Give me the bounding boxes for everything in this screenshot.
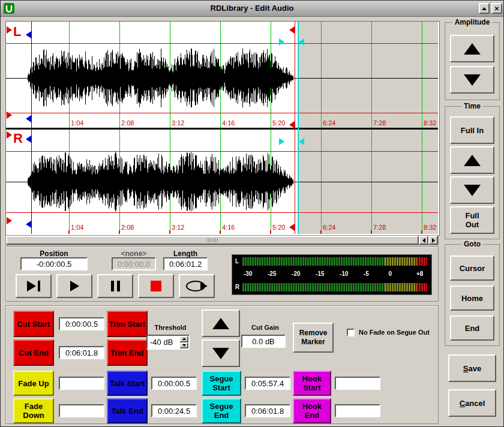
cut-start-marker-icon[interactable] [7, 217, 12, 224]
talk-start-marker-icon[interactable] [26, 31, 31, 38]
pause-button[interactable] [97, 274, 133, 298]
waveform-scrollbar[interactable] [5, 235, 439, 245]
save-button[interactable]: Save [448, 354, 496, 382]
talk-end-field[interactable]: 0:00:24.5 [151, 404, 197, 417]
talk-start-field[interactable]: 0:00:00.5 [151, 377, 197, 390]
cut-end-marker-icon[interactable] [289, 26, 295, 34]
gain-down-button[interactable] [202, 339, 240, 367]
cut-start-field[interactable]: 0:00:00.5 [59, 317, 104, 330]
time-down-button[interactable] [450, 176, 494, 204]
led-yellow-zone [385, 257, 416, 266]
threshold-value[interactable]: -40 dB [148, 336, 179, 348]
amplitude-up-button[interactable] [450, 35, 494, 62]
shade-button[interactable] [479, 3, 490, 14]
segue-start-marker-icon[interactable] [279, 38, 284, 46]
none-label: <none> [107, 249, 161, 258]
cut-start-button[interactable]: Cut Start [13, 311, 54, 337]
up-arrow-icon [464, 155, 481, 166]
scrollbar-thumb[interactable] [6, 236, 419, 245]
time-label: 4:16 [222, 224, 235, 231]
cut-start-marker-icon[interactable] [7, 131, 12, 139]
loop-icon [185, 279, 209, 293]
segue-start-field[interactable]: 0:05:57.4 [245, 377, 290, 390]
cut-end-marker-icon[interactable] [289, 224, 295, 231]
segue-end-button[interactable]: Segue End [202, 398, 241, 423]
fade-down-button[interactable]: Fade Down [13, 398, 54, 423]
play-from-start-button[interactable] [16, 274, 52, 298]
cancel-button[interactable]: Cancel [448, 389, 496, 417]
full-out-button[interactable]: Full Out [450, 206, 494, 234]
hook-end-field[interactable] [335, 404, 380, 417]
close-button[interactable]: ✕ [491, 3, 502, 14]
cut-end-button[interactable]: Cut End [13, 339, 54, 366]
length-value: 0:06:01.2 [163, 257, 208, 270]
led-green-zone [242, 283, 385, 291]
scroll-left-button[interactable] [419, 236, 428, 245]
marker-editor-panel: Cut Start 0:00:00.5 Trim Start Threshold… [5, 305, 439, 424]
talk-start-marker-icon[interactable] [26, 221, 31, 228]
cut-end-marker-icon[interactable] [289, 121, 295, 128]
waveform-frame: L R 1:042:083:124:165:206:247:288:32 1:0… [5, 21, 440, 236]
hook-start-field[interactable] [335, 377, 380, 390]
loop-button[interactable] [179, 274, 215, 298]
segue-start-marker-icon[interactable] [279, 138, 284, 145]
led-yellow-zone [385, 283, 416, 291]
trim-start-button[interactable]: Trim Start [107, 311, 148, 337]
goto-title: Goto [461, 240, 483, 248]
cut-gain-field[interactable]: 0.0 dB [241, 335, 286, 348]
time-label: 5:20 [272, 224, 285, 231]
threshold-spinbox[interactable]: -40 dB [146, 335, 190, 350]
no-fade-checkbox[interactable] [347, 329, 355, 336]
gain-up-button[interactable] [202, 309, 240, 337]
scale-tick: +8 [416, 270, 423, 277]
segue-end-marker-icon[interactable] [299, 138, 304, 145]
cut-start-marker-icon[interactable] [7, 26, 12, 34]
talk-start-button[interactable]: Talk Start [107, 371, 148, 396]
goto-end-button[interactable]: End [450, 315, 494, 341]
talk-end-button[interactable]: Talk End [107, 398, 148, 423]
segue-end-marker-icon[interactable] [299, 38, 304, 46]
goto-home-button[interactable]: Home [450, 285, 494, 311]
meter-right-bar [242, 283, 427, 291]
talk-start-marker-icon[interactable] [26, 115, 31, 122]
scale-tick: -10 [340, 270, 348, 277]
talk-start-marker-icon[interactable] [26, 136, 31, 143]
hook-end-button[interactable]: Hook End [293, 398, 331, 423]
time-label: 6:24 [323, 224, 335, 231]
spin-down-icon [182, 344, 186, 347]
meter-left-bar [242, 257, 427, 266]
no-fade-label: No Fade on Segue Out [359, 329, 430, 336]
fade-up-field[interactable] [59, 377, 104, 390]
scale-tick: -5 [364, 270, 369, 277]
stop-button[interactable] [138, 274, 174, 298]
waveform-display[interactable] [6, 22, 438, 234]
cut-start-marker-icon[interactable] [7, 112, 12, 119]
spin-up-icon [182, 338, 186, 340]
segue-end-field[interactable]: 0:06:01.8 [245, 404, 290, 417]
position-label: Position [16, 249, 92, 258]
time-label: 2:08 [121, 119, 134, 127]
down-arrow-icon [464, 74, 481, 86]
goto-cursor-button[interactable]: Cursor [450, 255, 494, 281]
scroll-right-button[interactable] [428, 236, 438, 245]
remove-marker-button[interactable]: Remove Marker [293, 323, 334, 353]
threshold-down-button[interactable] [179, 342, 188, 349]
meter-scale: -30 -25 -20 -15 -10 -5 0 +8 [242, 270, 427, 278]
full-in-button[interactable]: Full In [450, 116, 494, 144]
cut-gain-label: Cut Gain [240, 324, 290, 331]
time-label: 3:12 [172, 224, 184, 231]
fade-down-field[interactable] [59, 404, 104, 417]
cut-end-field[interactable]: 0:06:01.8 [59, 346, 104, 359]
play-button[interactable] [56, 274, 92, 298]
time-label: 2:08 [121, 224, 134, 231]
none-value: 0:00:00.0 [112, 257, 156, 270]
segue-start-button[interactable]: Segue Start [202, 371, 241, 396]
fade-up-button[interactable]: Fade Up [13, 371, 54, 396]
titlebar[interactable]: RDLibrary - Edit Audio ✕ [1, 1, 503, 17]
hook-start-button[interactable]: Hook Start [293, 371, 331, 396]
scale-tick: 0 [389, 270, 392, 277]
trim-end-button[interactable]: Trim End [107, 339, 148, 366]
amplitude-down-button[interactable] [450, 66, 494, 94]
threshold-up-button[interactable] [179, 336, 188, 342]
time-up-button[interactable] [450, 146, 494, 174]
